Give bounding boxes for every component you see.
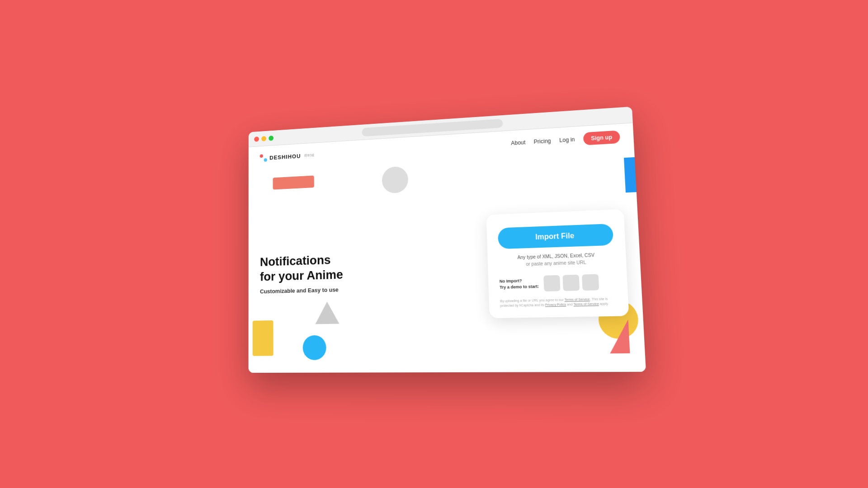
minimize-button[interactable] bbox=[261, 136, 266, 141]
decoration-yellow-rect bbox=[253, 320, 274, 356]
traffic-lights bbox=[254, 135, 274, 141]
browser-window: DESHIHOU 即时候 About Pricing Log in Sign u… bbox=[249, 107, 646, 373]
nav-about-link[interactable]: About bbox=[511, 139, 525, 146]
browser-content: DESHIHOU 即时候 About Pricing Log in Sign u… bbox=[249, 123, 646, 373]
demo-thumbnails bbox=[543, 274, 599, 291]
logo-text: DESHIHOU bbox=[269, 153, 301, 161]
decoration-gray-triangle bbox=[315, 301, 339, 324]
nav-links: About Pricing Log in Sign up bbox=[511, 130, 620, 149]
fine-print: By uploading a file or URL you agree to … bbox=[500, 296, 617, 309]
privacy-policy-link[interactable]: Privacy Policy bbox=[545, 303, 566, 306]
logo-subtitle: 即时候 bbox=[304, 153, 314, 158]
no-import-label: No Import? bbox=[500, 278, 522, 284]
import-paste-text: or paste any anime site URL bbox=[499, 259, 614, 267]
close-button[interactable] bbox=[254, 136, 259, 142]
decoration-salmon-rect bbox=[273, 175, 314, 189]
hero-section: Notifications for your Anime Customizabl… bbox=[260, 251, 379, 295]
main-content: Notifications for your Anime Customizabl… bbox=[249, 149, 646, 369]
demo-thumb-1[interactable] bbox=[543, 275, 560, 291]
signup-button[interactable]: Sign up bbox=[583, 130, 620, 145]
decoration-blue-rect bbox=[624, 157, 637, 192]
nav-pricing-link[interactable]: Pricing bbox=[533, 138, 551, 145]
terms-of-service-link-2[interactable]: Terms of Service bbox=[573, 302, 599, 306]
logo-person2 bbox=[264, 158, 267, 162]
hero-subtitle: Customizable and Easy to use bbox=[260, 285, 379, 295]
logo: DESHIHOU 即时候 bbox=[260, 151, 314, 162]
hero-title-line1: Notifications bbox=[260, 253, 331, 269]
terms-of-service-link[interactable]: Terms of Service bbox=[564, 297, 590, 301]
login-button[interactable]: Log in bbox=[559, 136, 575, 144]
hero-title: Notifications for your Anime bbox=[260, 251, 378, 284]
decoration-blue-circle bbox=[303, 335, 326, 360]
decoration-gray-circle bbox=[382, 166, 409, 193]
demo-label: Try a demo to start: bbox=[500, 284, 539, 289]
maximize-button[interactable] bbox=[269, 135, 274, 141]
import-card: Import File Any type of XML, JSON, Excel… bbox=[486, 209, 629, 318]
import-file-button[interactable]: Import File bbox=[498, 223, 613, 249]
logo-icon bbox=[260, 154, 267, 162]
demo-thumb-2[interactable] bbox=[562, 274, 580, 291]
demo-section: No Import? Try a demo to start: bbox=[499, 273, 616, 292]
decoration-coral-triangle bbox=[609, 319, 630, 353]
demo-text: No Import? Try a demo to start: bbox=[500, 277, 539, 290]
demo-thumb-3[interactable] bbox=[581, 274, 599, 291]
logo-person1 bbox=[260, 154, 263, 158]
hero-title-line2: for your Anime bbox=[260, 267, 343, 283]
